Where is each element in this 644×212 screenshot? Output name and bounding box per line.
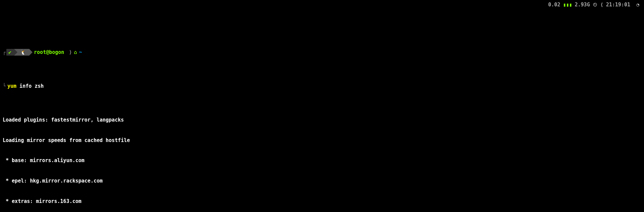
powerline-arrow-icon bbox=[29, 49, 33, 56]
separator-icon: ⟩ bbox=[67, 49, 74, 56]
bars-icon: ▮▮▮ bbox=[563, 1, 572, 8]
prompt-line: ┌ ✔ 🐧 root@bogon ⟩ ⌂ ~ bbox=[3, 49, 641, 56]
powerline-arrow-icon bbox=[14, 49, 17, 56]
command-line[interactable]: └ yum info zsh bbox=[3, 83, 641, 89]
output-line: * base: mirrors.aliyun.com bbox=[3, 157, 641, 164]
command-name: yum bbox=[7, 83, 16, 89]
gauge-icon: ⏲ bbox=[593, 1, 598, 8]
load-avg: 0.02 bbox=[548, 1, 560, 8]
home-icon: ⌂ bbox=[74, 49, 79, 56]
box-corner-top-icon: ┌ bbox=[3, 49, 6, 56]
output-line: * extras: mirrors.163.com bbox=[3, 198, 641, 205]
tux-icon: 🐧 bbox=[17, 49, 29, 56]
cwd: ~ bbox=[79, 49, 82, 56]
command-args: info zsh bbox=[16, 83, 44, 89]
output-line: * epel: hkg.mirror.rackspace.com bbox=[3, 178, 641, 184]
box-corner-bottom-icon: └ bbox=[3, 83, 7, 89]
terminal[interactable]: 0.02 ▮▮▮ 2.93G ⏲ ⟨ 21:19:01 ◔ ┌ ✔ 🐧 root… bbox=[0, 0, 644, 212]
memory-usage: 2.93G bbox=[575, 1, 590, 8]
status-ok-icon: ✔ bbox=[6, 49, 14, 56]
output-line: Loading mirror speeds from cached hostfi… bbox=[3, 137, 641, 144]
angle-left-icon: ⟨ bbox=[600, 1, 603, 8]
clock-icon: ◔ bbox=[636, 1, 639, 8]
user-host: root@bogon bbox=[33, 49, 67, 56]
clock-time: 21:19:01 bbox=[606, 1, 630, 8]
output-line: Loaded plugins: fastestmirror, langpacks bbox=[3, 117, 641, 123]
status-bar: 0.02 ▮▮▮ 2.93G ⏲ ⟨ 21:19:01 ◔ bbox=[548, 1, 639, 8]
